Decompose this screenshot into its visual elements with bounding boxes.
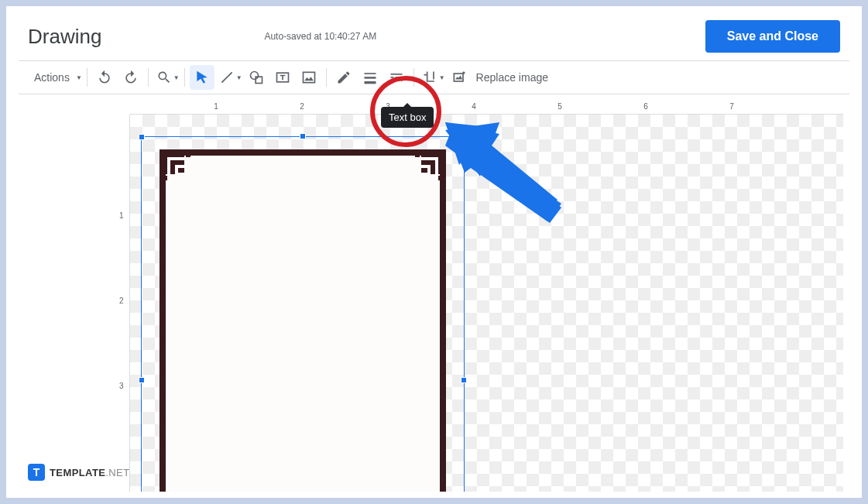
ruler-tick: 5: [558, 102, 562, 111]
ruler-tick: 4: [472, 102, 476, 111]
border-color-button[interactable]: [331, 65, 356, 90]
select-arrow-icon: [194, 70, 210, 85]
toolbar-separator: [148, 68, 149, 87]
dialog-title: Drawing: [28, 25, 101, 49]
redo-icon: [123, 70, 139, 85]
resize-handle-tm[interactable]: [300, 133, 306, 139]
template-net-watermark: T TEMPLATE.NET: [28, 464, 130, 481]
replace-image-label[interactable]: Replace image: [473, 71, 548, 84]
textbox-icon: [275, 70, 290, 85]
svg-rect-6: [364, 81, 376, 84]
ruler-tick: 2: [300, 102, 304, 111]
undo-button[interactable]: [92, 65, 117, 90]
redo-button[interactable]: [118, 65, 143, 90]
shape-icon: [249, 70, 264, 85]
reset-image-icon: [451, 70, 467, 85]
toolbar-separator: [87, 68, 87, 87]
svg-rect-1: [256, 77, 262, 83]
svg-rect-7: [390, 74, 402, 75]
autosave-status: Auto-saved at 10:40:27 AM: [132, 31, 705, 42]
watermark-brand: TEMPLATE: [50, 467, 105, 478]
ruler-tick: 2: [119, 297, 124, 305]
tooltip-textbox: Text box: [381, 107, 434, 128]
ruler-tick: 3: [119, 382, 124, 390]
zoom-menu[interactable]: ▼: [153, 65, 180, 90]
reset-image-button[interactable]: [447, 65, 472, 90]
ruler-tick: 1: [119, 211, 124, 220]
actions-label: Actions: [29, 71, 74, 84]
chevron-down-icon: ▼: [236, 74, 242, 81]
frame-corner-ornament: [409, 153, 443, 187]
annotation-blue-arrow: [445, 122, 577, 238]
chevron-down-icon: ▼: [439, 74, 445, 81]
undo-icon: [97, 70, 112, 85]
ruler-tick: 1: [214, 102, 218, 111]
inserted-border-frame-image[interactable]: [160, 149, 446, 492]
border-weight-icon: [362, 70, 378, 85]
toolbar-separator: [184, 68, 185, 87]
watermark-tld: .NET: [105, 467, 129, 478]
line-tool-button[interactable]: ▼: [216, 65, 242, 90]
horizontal-ruler: 1 2 3 4 5 6 7: [130, 101, 843, 115]
image-icon: [301, 70, 317, 85]
template-brand-text: TEMPLATE.NET: [50, 467, 130, 478]
pencil-icon: [336, 70, 352, 85]
ruler-tick: 7: [729, 102, 734, 111]
svg-marker-18: [461, 144, 561, 221]
border-weight-button[interactable]: [358, 65, 383, 90]
line-icon: [219, 70, 235, 85]
template-logo-icon: T: [28, 464, 45, 481]
svg-point-0: [250, 72, 258, 80]
svg-rect-3: [303, 72, 314, 82]
actions-menu[interactable]: Actions ▼: [26, 65, 82, 90]
toolbar-separator: [326, 68, 327, 87]
svg-rect-4: [364, 73, 376, 74]
select-tool-button[interactable]: [190, 65, 214, 90]
chevron-down-icon: ▼: [173, 74, 180, 81]
resize-handle-mr[interactable]: [461, 377, 467, 383]
ruler-tick: 6: [643, 102, 648, 111]
resize-handle-tl[interactable]: [139, 134, 145, 140]
image-tool-button[interactable]: [297, 65, 321, 90]
vertical-ruler: 1 2 3: [116, 115, 130, 492]
svg-rect-5: [364, 77, 376, 79]
shape-tool-button[interactable]: [244, 65, 269, 90]
chevron-down-icon: ▼: [76, 74, 82, 81]
frame-corner-ornament: [163, 153, 197, 187]
zoom-icon: [156, 70, 172, 85]
resize-handle-ml[interactable]: [139, 377, 145, 383]
textbox-tool-button[interactable]: [270, 65, 295, 90]
svg-rect-16: [454, 74, 463, 81]
dialog-header: Drawing Auto-saved at 10:40:27 AM Save a…: [6, 6, 862, 60]
save-and-close-button[interactable]: Save and Close: [705, 20, 840, 53]
